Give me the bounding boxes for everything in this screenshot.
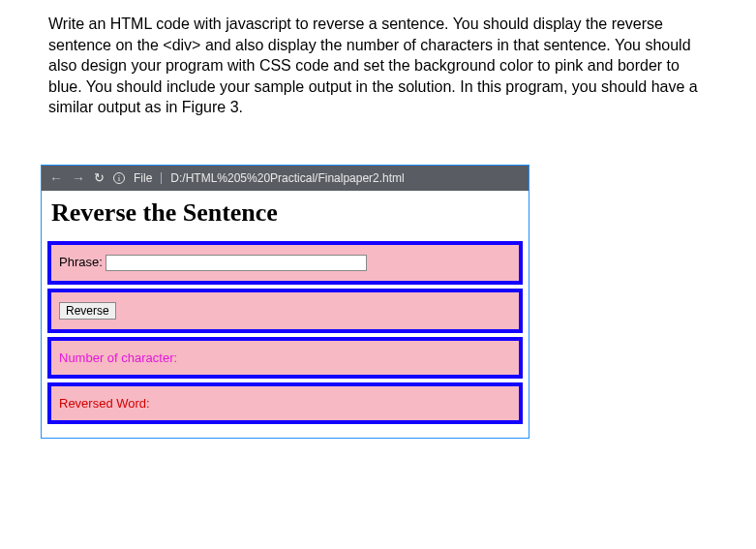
phrase-input[interactable] <box>106 255 367 271</box>
char-count-row: Number of character: <box>47 337 523 379</box>
page-title: Reverse the Sentence <box>51 198 519 228</box>
url-text: D:/HTML%205%20Practical/Finalpaper2.html <box>170 171 404 185</box>
divider <box>161 172 162 184</box>
reverse-row: Reverse <box>47 289 523 333</box>
phrase-row: Phrase: <box>47 241 523 285</box>
browser-toolbar: ← → ↻ i File D:/HTML%205%20Practical/Fin… <box>42 166 529 191</box>
info-icon[interactable]: i <box>113 172 125 184</box>
file-label: File <box>134 171 152 185</box>
reload-icon[interactable]: ↻ <box>94 170 105 185</box>
page-content: Reverse the Sentence Phrase: Reverse Num… <box>42 198 529 438</box>
forward-icon[interactable]: → <box>72 170 85 186</box>
phrase-label: Phrase: <box>59 255 103 269</box>
reversed-word-label: Reversed Word: <box>59 396 150 411</box>
form-panel: Phrase: Reverse Number of character: Rev… <box>42 241 529 438</box>
reversed-word-row: Reversed Word: <box>47 382 523 424</box>
question-text: Write an HTML code with javascript to re… <box>10 8 746 128</box>
back-icon[interactable]: ← <box>49 170 63 186</box>
char-count-label: Number of character: <box>59 351 177 365</box>
browser-window: ← → ↻ i File D:/HTML%205%20Practical/Fin… <box>41 165 529 439</box>
reverse-button[interactable]: Reverse <box>59 302 116 320</box>
